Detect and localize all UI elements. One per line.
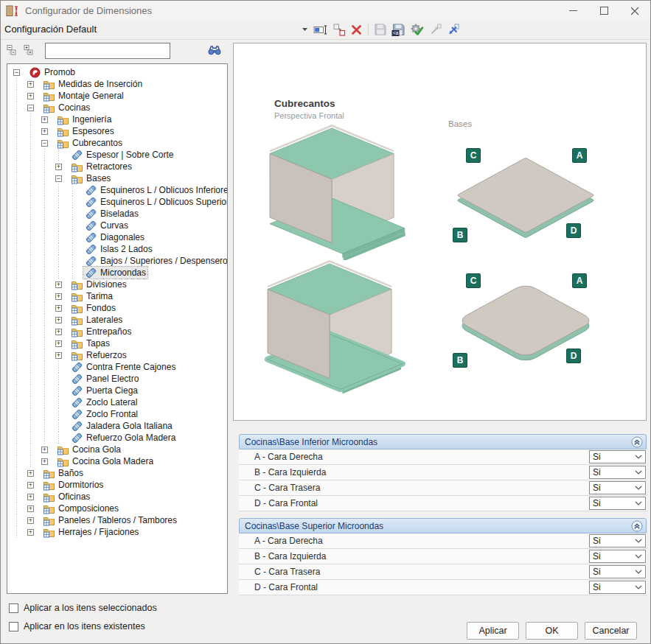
tree-expander[interactable]: + bbox=[27, 491, 41, 503]
tree-item[interactable]: +Medidas de Inserción bbox=[7, 78, 227, 90]
tree-item[interactable]: +Tarima bbox=[7, 290, 227, 302]
value-dropdown[interactable]: Si bbox=[589, 550, 646, 563]
tree-expander[interactable]: + bbox=[41, 113, 55, 125]
tree-item[interactable]: +Baños bbox=[7, 467, 227, 479]
expand-all-icon[interactable] bbox=[24, 44, 35, 58]
tree-item[interactable]: +Tapas bbox=[7, 337, 227, 349]
tree-expander[interactable]: − bbox=[27, 102, 41, 113]
apply-configuration-icon[interactable] bbox=[410, 23, 424, 36]
search-binoculars-icon[interactable] bbox=[207, 44, 222, 58]
checkbox-icon[interactable] bbox=[9, 622, 18, 631]
tree-expander[interactable]: + bbox=[27, 503, 41, 514]
tree-item[interactable]: Islas 2 Lados bbox=[7, 243, 227, 255]
tree-item[interactable]: Microondas bbox=[7, 267, 227, 279]
tree-item[interactable]: Refuerzo Gola Madera bbox=[7, 432, 227, 444]
value-dropdown[interactable]: Si bbox=[589, 534, 646, 547]
tree-expander[interactable]: + bbox=[55, 337, 69, 349]
value-dropdown[interactable]: Si bbox=[589, 466, 646, 479]
tree-item[interactable]: +Montaje General bbox=[7, 90, 227, 102]
tree-item[interactable]: Curvas bbox=[7, 220, 227, 231]
tree-item[interactable]: +Divisiones bbox=[7, 279, 227, 290]
collapse-chevron-icon[interactable] bbox=[631, 436, 643, 448]
tree-expander[interactable]: + bbox=[55, 279, 69, 290]
tree-item[interactable]: +Entrepaños bbox=[7, 326, 227, 337]
minimize-button[interactable] bbox=[557, 1, 588, 21]
close-button[interactable] bbox=[619, 1, 650, 21]
collapse-all-icon[interactable] bbox=[7, 44, 18, 58]
tree-item[interactable]: +Paneles / Tableros / Tambores bbox=[7, 514, 227, 526]
tree-item[interactable]: +Dormitorios bbox=[7, 479, 227, 491]
tree-expander[interactable]: + bbox=[55, 349, 69, 361]
apply-selected-items-checkbox-row[interactable]: Aplicar a los itens seleccionados bbox=[9, 603, 157, 613]
collapse-chevron-icon[interactable] bbox=[631, 520, 643, 532]
tree-item[interactable]: −Cocinas bbox=[7, 102, 227, 113]
tree-item[interactable]: Panel Electro bbox=[7, 373, 227, 385]
value-dropdown[interactable]: Si bbox=[589, 497, 646, 510]
tree-item[interactable]: −Bases bbox=[7, 172, 227, 184]
value-dropdown[interactable]: Si bbox=[589, 481, 646, 494]
tree-expander[interactable]: + bbox=[55, 326, 69, 337]
duplicate-configuration-icon[interactable] bbox=[333, 23, 346, 36]
aplicar-button[interactable]: Aplicar bbox=[467, 622, 519, 640]
tree-item[interactable]: Puerta Ciega bbox=[7, 385, 227, 396]
tree-item[interactable]: +Cocina Gola bbox=[7, 444, 227, 455]
tree-item[interactable]: Bajos / Superiores / Despenseros bbox=[7, 255, 227, 267]
tree-item[interactable]: Biseladas bbox=[7, 208, 227, 220]
tree-expander[interactable]: − bbox=[13, 66, 27, 78]
tree-expander[interactable]: + bbox=[41, 455, 55, 467]
tree-item[interactable]: +Oficinas bbox=[7, 491, 227, 503]
tree-item[interactable]: +Herrajes / Fijaciones bbox=[7, 526, 227, 538]
tree-item[interactable]: Esquineros L / Oblicuos Superiores bbox=[7, 196, 227, 208]
maximize-button[interactable] bbox=[588, 1, 619, 21]
tree-item[interactable]: +Laterales bbox=[7, 314, 227, 326]
delete-configuration-icon[interactable] bbox=[351, 23, 362, 36]
tree-guide bbox=[27, 267, 41, 279]
tree-item[interactable]: +Composiciones bbox=[7, 503, 227, 514]
property-group-header[interactable]: Cocinas\Base Inferior Microondas bbox=[239, 434, 647, 449]
tree-item[interactable]: −Cubrecantos bbox=[7, 137, 227, 149]
tree-expander[interactable]: + bbox=[55, 290, 69, 302]
apply-existing-items-checkbox-row[interactable]: Aplicar en los itens existentes bbox=[9, 621, 145, 631]
tree-expander[interactable]: + bbox=[55, 314, 69, 326]
tree-item[interactable]: Espesor | Sobre Corte bbox=[7, 149, 227, 161]
save-as-icon[interactable]: <a bbox=[391, 23, 405, 36]
rename-configuration-icon[interactable] bbox=[313, 23, 328, 36]
tree-item[interactable]: Contra Frente Cajones bbox=[7, 361, 227, 373]
tree-item[interactable]: Zoclo Lateral bbox=[7, 396, 227, 408]
tree-expander[interactable]: + bbox=[41, 444, 55, 455]
tree-expander[interactable]: + bbox=[27, 514, 41, 526]
tree-item[interactable]: +Refuerzos bbox=[7, 349, 227, 361]
tree-expander[interactable]: + bbox=[41, 125, 55, 137]
tree-item[interactable]: +Retractores bbox=[7, 161, 227, 172]
tree-item[interactable]: −Promob bbox=[7, 66, 227, 78]
import-configuration-icon[interactable] bbox=[447, 23, 459, 36]
tree-item[interactable]: +Cocina Gola Madera bbox=[7, 455, 227, 467]
tree-expander[interactable]: − bbox=[41, 137, 55, 149]
tree-item[interactable]: Jaladera Gola Italiana bbox=[7, 420, 227, 432]
tree-expander[interactable]: + bbox=[27, 479, 41, 491]
tree-expander[interactable]: + bbox=[27, 467, 41, 479]
save-icon[interactable] bbox=[375, 23, 386, 36]
value-dropdown[interactable]: Si bbox=[589, 565, 646, 578]
ok-button[interactable]: OK bbox=[526, 622, 578, 640]
property-group-header[interactable]: Cocinas\Base Superior Microondas bbox=[239, 518, 647, 533]
tree-expander[interactable]: + bbox=[55, 302, 69, 314]
tree-expander[interactable]: + bbox=[55, 161, 69, 172]
tree-item[interactable]: Zoclo Frontal bbox=[7, 408, 227, 420]
tree-item[interactable]: Diagonales bbox=[7, 231, 227, 243]
tree-expander[interactable]: + bbox=[27, 78, 41, 90]
tree-item[interactable]: +Ingeniería bbox=[7, 113, 227, 125]
tree-item[interactable]: +Fondos bbox=[7, 302, 227, 314]
tree-expander[interactable]: − bbox=[55, 172, 69, 184]
tree-search-input[interactable] bbox=[45, 43, 170, 59]
cancelar-button[interactable]: Cancelar bbox=[585, 622, 637, 640]
value-dropdown[interactable]: Si bbox=[589, 450, 646, 463]
tree-expander[interactable]: + bbox=[27, 526, 41, 538]
tree-item[interactable]: Esquineros L / Oblicuos Inferiores bbox=[7, 184, 227, 196]
checkbox-icon[interactable] bbox=[9, 603, 18, 613]
value-dropdown[interactable]: Si bbox=[589, 581, 646, 594]
configuration-dropdown-arrow-icon[interactable] bbox=[302, 23, 308, 36]
tree-expander[interactable]: + bbox=[27, 90, 41, 102]
export-configuration-icon[interactable] bbox=[429, 23, 442, 36]
tree-item[interactable]: +Espesores bbox=[7, 125, 227, 137]
